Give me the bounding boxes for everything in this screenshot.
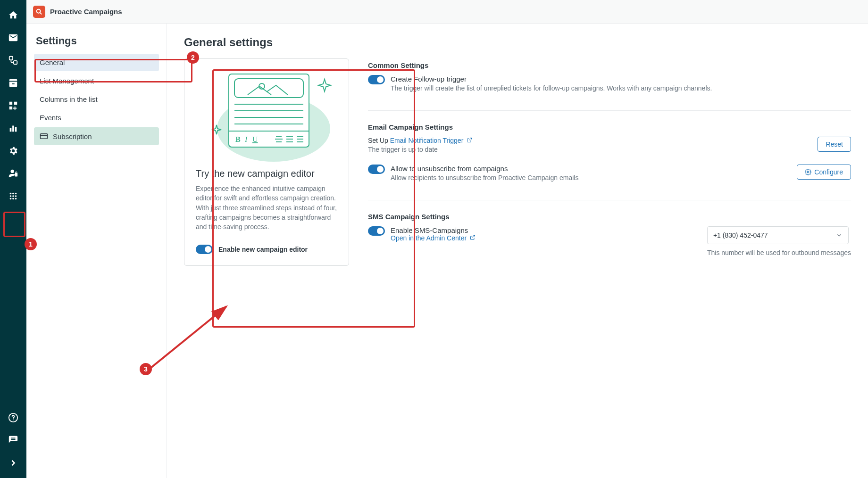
svg-rect-23 (41, 134, 48, 139)
external-link-icon (470, 235, 476, 240)
reset-button[interactable]: Reset (818, 137, 851, 152)
svg-rect-4 (9, 107, 12, 109)
nav-rail (0, 0, 26, 478)
nav-settings-icon[interactable] (4, 141, 23, 160)
nav-expand-icon[interactable] (4, 453, 23, 472)
nav-chat-icon[interactable] (4, 431, 23, 450)
editor-illustration: B I U (196, 67, 337, 162)
unsubscribe-toggle[interactable] (368, 165, 385, 174)
common-settings-section: Common Settings Create Follow-up trigger… (368, 61, 851, 111)
svg-point-45 (808, 171, 810, 173)
section-title-sms: SMS Campaign Settings (368, 213, 851, 221)
follow-up-desc: The trigger will create the list of unre… (391, 84, 851, 93)
nav-home-icon[interactable] (4, 6, 23, 25)
sidebar-item-label: Subscription (53, 132, 92, 140)
page-title: General settings (184, 36, 851, 49)
svg-rect-1 (14, 61, 17, 64)
card-icon (40, 132, 48, 140)
sidebar-item-list-management[interactable]: List Management (34, 72, 159, 90)
sms-enable-label: Enable SMS-Campaigns (391, 226, 707, 234)
svg-point-21 (13, 420, 14, 420)
email-trigger-link[interactable]: Email Notification Trigger (390, 137, 473, 144)
svg-rect-6 (12, 126, 14, 132)
svg-point-18 (12, 198, 14, 200)
email-trigger-status: The trigger is up to date (368, 145, 472, 155)
svg-point-8 (11, 170, 14, 173)
configure-button[interactable]: Configure (797, 165, 851, 180)
sidebar-item-label: List Management (40, 77, 94, 85)
svg-point-11 (10, 193, 12, 195)
admin-center-link[interactable]: Open in the Admin Center (391, 234, 476, 242)
app-title: Proactive Campaigns (50, 8, 122, 16)
unsubscribe-label: Allow to unsubscribe from campaigns (391, 165, 797, 173)
email-setup-row: Set Up Email Notification Trigger (368, 137, 472, 144)
svg-point-16 (15, 195, 17, 197)
nav-archive-icon[interactable] (4, 74, 23, 92)
nav-grid-icon[interactable] (4, 187, 23, 206)
phone-hint: This number will be used for outbound me… (707, 249, 851, 256)
gear-icon (805, 169, 811, 175)
sms-toggle[interactable] (368, 226, 385, 236)
sidebar-item-label: Events (40, 114, 61, 122)
promo-title: Try the new campaign editor (196, 168, 337, 179)
promo-card: B I U Try the new campaign editor E (184, 58, 349, 266)
nav-reports-icon[interactable] (4, 119, 23, 138)
svg-text:U: U (252, 135, 258, 143)
app-logo-icon (33, 6, 45, 18)
unsubscribe-desc: Allow recipients to unsubscribe from Pro… (391, 173, 797, 183)
external-link-icon (467, 137, 472, 143)
phone-select[interactable]: +1 (830) 452-0477 (707, 226, 849, 244)
enable-editor-label: Enable new campaign editor (218, 246, 308, 253)
svg-point-14 (10, 195, 12, 197)
follow-up-toggle[interactable] (368, 75, 385, 84)
sms-settings-section: SMS Campaign Settings Enable SMS-Campaig… (368, 213, 851, 271)
email-settings-section: Email Campaign Settings Set Up Email Not… (368, 123, 851, 200)
svg-text:B: B (235, 135, 241, 143)
svg-rect-10 (16, 172, 17, 173)
nav-workflow-icon[interactable] (4, 51, 23, 70)
section-title-email: Email Campaign Settings (368, 123, 851, 131)
sidebar-item-general[interactable]: General (34, 54, 159, 71)
nav-apps-icon[interactable] (4, 96, 23, 115)
sidebar-item-columns[interactable]: Columns in the list (34, 91, 159, 108)
settings-sidebar: Settings General List Management Columns… (26, 24, 167, 478)
svg-point-15 (12, 195, 14, 197)
svg-rect-5 (10, 128, 12, 132)
section-title-common: Common Settings (368, 61, 851, 69)
svg-point-13 (15, 193, 17, 195)
svg-rect-7 (15, 127, 17, 132)
content: General settings B (167, 24, 868, 478)
nav-mail-icon[interactable] (4, 28, 23, 47)
nav-admin-icon[interactable] (4, 164, 23, 183)
promo-desc: Experience the enhanced intuitive campai… (196, 184, 337, 231)
follow-up-label: Create Follow-up trigger (391, 75, 851, 83)
svg-rect-2 (9, 102, 12, 105)
svg-point-12 (12, 193, 14, 195)
svg-rect-0 (9, 57, 13, 60)
svg-point-17 (10, 198, 12, 200)
enable-editor-toggle[interactable] (196, 245, 213, 254)
phone-value: +1 (830) 452-0477 (713, 231, 768, 239)
svg-rect-3 (14, 102, 17, 105)
settings-title: Settings (34, 35, 159, 47)
svg-text:I: I (244, 135, 248, 143)
sidebar-item-label: General (40, 58, 65, 66)
nav-help-icon[interactable] (4, 408, 23, 427)
sidebar-item-subscription[interactable]: Subscription (34, 127, 159, 145)
sidebar-item-events[interactable]: Events (34, 109, 159, 126)
sidebar-item-label: Columns in the list (40, 95, 98, 103)
chevron-down-icon (836, 232, 843, 239)
top-bar: Proactive Campaigns (26, 0, 868, 24)
svg-point-19 (15, 198, 17, 200)
